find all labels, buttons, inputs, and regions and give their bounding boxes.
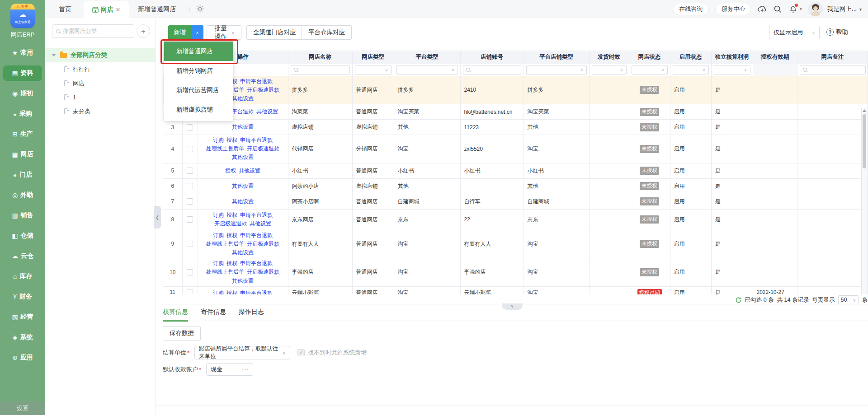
tree-item[interactable]: 行行行 <box>45 62 156 76</box>
tree-item[interactable]: 1 <box>45 90 156 104</box>
operation-link[interactable]: 处理线上售后单 <box>206 241 244 247</box>
avatar[interactable] <box>808 2 823 16</box>
operation-link[interactable]: 授权 <box>226 260 237 266</box>
operation-link[interactable]: 开启极速退款 <box>247 87 279 93</box>
row-checkbox[interactable] <box>187 216 193 223</box>
settlement-unit-select[interactable]: 跟店铺所属平台结算，取默认往来单位∨ <box>194 346 290 359</box>
tab-new-shop[interactable]: 新增普通网店 <box>138 0 176 18</box>
sidebar-item-business[interactable]: ▧经营 <box>3 309 42 325</box>
omni-channel-store-map-button[interactable]: 全渠道门店对应 <box>246 25 303 40</box>
operation-link[interactable]: 其他设置 <box>232 198 254 205</box>
tab-settings-gear-icon[interactable] <box>196 5 204 13</box>
row-checkbox[interactable] <box>187 269 193 275</box>
column-select-filter[interactable]: ∨ <box>673 65 709 75</box>
tree-collapse-handle[interactable]: ❮ <box>154 206 161 228</box>
batch-operations-button[interactable]: 批量操作∨ <box>207 25 241 40</box>
per-page-select[interactable]: 50∨ <box>838 295 859 305</box>
operation-link[interactable]: 其他设置 <box>239 168 260 174</box>
tab-online-shop[interactable]: 网店 ✕ <box>84 1 129 18</box>
operation-link[interactable]: 开启极速退款 <box>247 269 279 275</box>
add-split-button[interactable]: 新增 ∧ <box>168 25 203 40</box>
operation-link[interactable]: 订购 <box>213 260 224 266</box>
category-search-input[interactable] <box>63 28 122 34</box>
tab-home[interactable]: 首页 <box>59 0 71 18</box>
operation-link[interactable]: 其他设置 <box>250 220 271 227</box>
add-dropdown-caret-icon[interactable]: ∧ <box>191 25 203 40</box>
operation-link[interactable]: 订购 <box>213 290 224 294</box>
sidebar-item-store-pie[interactable]: ◕门店 <box>3 167 42 182</box>
row-checkbox[interactable] <box>187 168 193 174</box>
table-vertical-scrollbar[interactable] <box>861 108 867 294</box>
operation-link[interactable]: 其他设置 <box>232 124 254 130</box>
operation-link[interactable]: 其他设置 <box>232 183 254 189</box>
bottom-tab[interactable]: 核算信息 <box>163 308 188 322</box>
column-search-filter[interactable] <box>800 65 866 75</box>
platform-warehouse-map-button[interactable]: 平台仓库对应 <box>302 25 352 40</box>
bottom-panel-collapse-handle[interactable]: ∨ <box>502 303 523 310</box>
notification-caret-icon[interactable]: ▾ <box>800 7 802 11</box>
help-button[interactable]: ? 帮助 <box>826 28 848 36</box>
add-menu-item[interactable]: 新增普通网店 <box>164 42 233 61</box>
column-search-filter[interactable] <box>291 65 350 75</box>
save-data-button[interactable]: 保存数据 <box>163 326 201 340</box>
row-checkbox[interactable] <box>187 241 193 247</box>
sidebar-item-apps-plus[interactable]: ⊕应用 <box>3 350 42 365</box>
operation-link[interactable]: 订购 <box>213 137 224 143</box>
column-select-filter[interactable]: ∨ <box>526 65 587 75</box>
more-options-icon[interactable]: ··· <box>242 366 249 373</box>
operation-link[interactable]: 授权 <box>226 137 237 143</box>
add-button[interactable]: 新增 <box>168 25 191 40</box>
operation-link[interactable]: 订购 <box>213 212 224 218</box>
tree-root-all-categories[interactable]: 全部网店分类 <box>45 48 156 62</box>
column-select-filter[interactable]: ∨ <box>592 65 627 75</box>
operation-link[interactable]: 其他设置 <box>232 95 254 102</box>
refresh-icon[interactable] <box>735 297 742 303</box>
operation-link[interactable]: 申请平台退款 <box>240 212 273 218</box>
bottom-tab[interactable]: 操作日志 <box>239 308 264 322</box>
sidebar-item-procurement[interactable]: ◒采购 <box>3 106 42 121</box>
operation-link[interactable]: 处理线上售后单 <box>206 269 244 275</box>
only-enabled-filter-select[interactable]: 仅显示启用 ∨ <box>769 26 820 39</box>
row-checkbox[interactable] <box>187 198 193 205</box>
operation-link[interactable]: 授权 <box>226 232 237 238</box>
close-tab-icon[interactable]: ✕ <box>116 6 121 13</box>
add-menu-item[interactable]: 新增分销网店 <box>164 61 233 80</box>
operation-link[interactable]: 处理线上售后单 <box>206 145 244 152</box>
row-checkbox[interactable] <box>187 289 193 294</box>
sidebar-item-documents[interactable]: ▤资料 <box>3 65 42 81</box>
scroll-up-arrow-icon[interactable] <box>863 109 866 112</box>
allow-system-add-checkbox[interactable]: ✓ <box>297 349 305 356</box>
bottom-tab[interactable]: 寄件信息 <box>201 308 226 322</box>
search-icon[interactable] <box>773 5 782 14</box>
add-menu-item[interactable]: 新增代运营网店 <box>164 80 233 100</box>
operation-link[interactable]: 申请平台退款 <box>240 137 273 143</box>
row-checkbox[interactable] <box>187 146 193 152</box>
sidebar-item-settings[interactable]: 设置 <box>0 401 45 415</box>
user-menu-caret-icon[interactable]: ▾ <box>859 7 862 12</box>
operation-link[interactable]: 申请平台退款 <box>240 78 273 84</box>
column-select-filter[interactable]: ∨ <box>355 65 392 75</box>
username[interactable]: 我是网上... <box>827 5 857 13</box>
sidebar-item-production[interactable]: ⊞生产 <box>3 126 42 142</box>
default-account-input[interactable]: 现金··· <box>206 363 253 376</box>
online-consult-button[interactable]: 在线咨询 <box>673 3 709 15</box>
sidebar-item-field-work[interactable]: ◎外勤 <box>3 187 42 203</box>
column-select-filter[interactable]: ∨ <box>632 65 668 75</box>
tree-item[interactable]: 网店 <box>45 76 156 90</box>
sidebar-item-target[interactable]: ◉期初 <box>3 86 42 101</box>
operation-link[interactable]: 授权 <box>225 168 236 174</box>
column-select-filter[interactable]: ∨ <box>396 65 458 75</box>
operation-link[interactable]: 开启极速退款 <box>247 241 279 247</box>
sidebar-item-finance[interactable]: ¥财务 <box>3 289 42 304</box>
scrollbar-thumb[interactable] <box>863 114 866 168</box>
operation-link[interactable]: 开启极速退款 <box>247 145 279 152</box>
service-center-button[interactable]: 服务中心 <box>715 3 751 15</box>
tree-expand-caret-icon[interactable] <box>52 54 56 56</box>
add-category-button[interactable]: + <box>137 24 150 38</box>
cloud-download-icon[interactable] <box>758 5 767 14</box>
column-search-filter[interactable] <box>463 65 521 75</box>
operation-link[interactable]: 其他设置 <box>256 108 278 115</box>
row-checkbox[interactable] <box>187 124 193 131</box>
operation-link[interactable]: 授权 <box>226 212 237 218</box>
notification-bell-icon[interactable] <box>788 5 797 14</box>
